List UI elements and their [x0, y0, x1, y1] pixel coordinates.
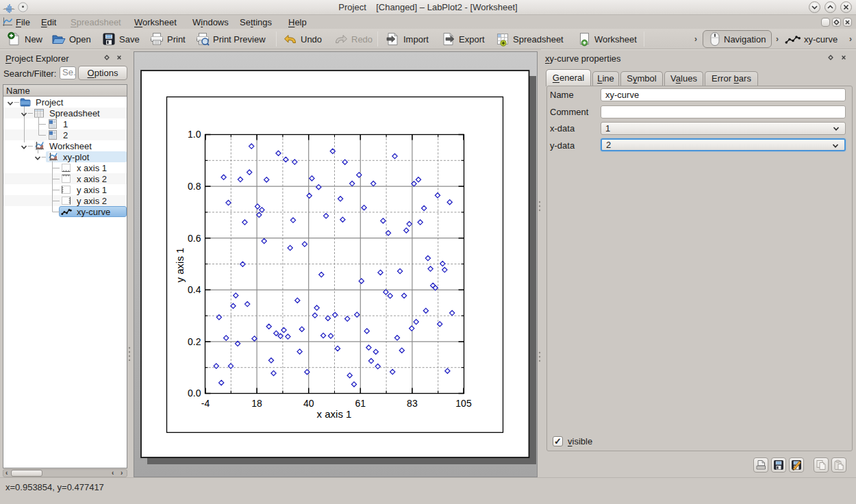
svg-text:x axis 1: x axis 1 [317, 408, 352, 420]
svg-text:1.0: 1.0 [188, 129, 201, 140]
svg-text:83: 83 [407, 398, 418, 409]
svg-text:0.0: 0.0 [188, 388, 201, 399]
svg-text:0.2: 0.2 [188, 336, 201, 347]
svg-text:61: 61 [355, 398, 366, 409]
svg-text:18: 18 [251, 398, 262, 409]
svg-text:105: 105 [455, 398, 472, 409]
svg-text:0.4: 0.4 [188, 284, 201, 295]
svg-text:40: 40 [303, 398, 314, 409]
svg-text:y axis 1: y axis 1 [174, 248, 186, 283]
svg-text:-4: -4 [201, 398, 210, 409]
svg-text:0.8: 0.8 [188, 181, 201, 192]
svg-text:0.6: 0.6 [188, 233, 201, 244]
